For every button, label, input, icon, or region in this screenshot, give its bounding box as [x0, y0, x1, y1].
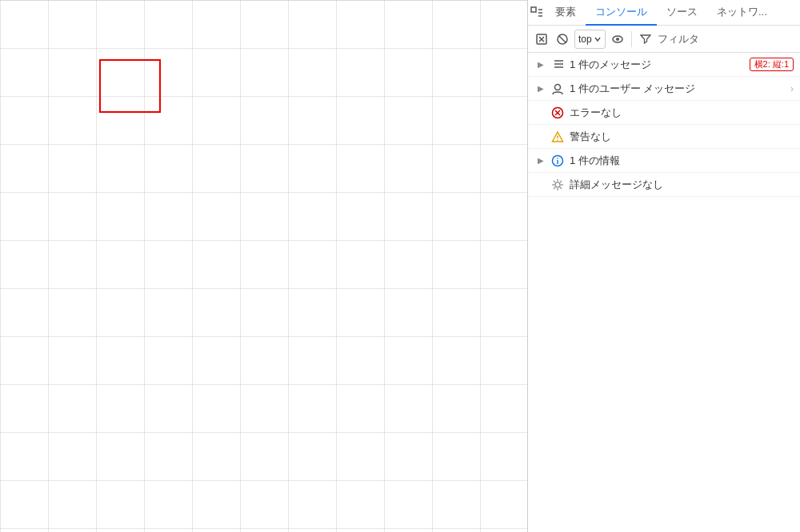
svg-line-36: [560, 180, 562, 182]
svg-rect-3: [531, 7, 536, 12]
svg-point-29: [555, 182, 560, 187]
debug-text: 詳細メッセージなし: [570, 178, 794, 192]
user-messages-arrow: ›: [790, 83, 794, 94]
tab-sources[interactable]: ソース: [657, 0, 707, 26]
eye-icon[interactable]: [609, 30, 626, 48]
inspect-icon[interactable]: [528, 4, 546, 22]
clear-console-icon[interactable]: [533, 30, 550, 48]
console-row-errors[interactable]: エラーなし: [528, 101, 800, 125]
filter-label: フィルタ: [658, 32, 699, 46]
debug-icon-row: [550, 178, 565, 192]
console-content: ▶ 1 件のメッセージ 横2: 縦:1 ▶: [528, 53, 800, 532]
filter-icon: [637, 30, 654, 48]
toolbar-divider: [631, 31, 632, 47]
console-row-user-messages[interactable]: ▶ 1 件のユーザー メッセージ ›: [528, 77, 800, 101]
expand-icon-user[interactable]: ▶: [534, 82, 547, 95]
svg-point-20: [555, 84, 561, 90]
block-icon[interactable]: [554, 30, 571, 48]
warning-icon-row: [550, 130, 565, 144]
tab-bar: 要素 コンソール ソース ネットワ...: [528, 0, 800, 26]
svg-point-28: [557, 158, 558, 159]
svg-line-37: [554, 186, 555, 188]
svg-point-25: [557, 139, 558, 141]
expand-placeholder-warnings: [534, 130, 547, 143]
user-messages-text: 1 件のユーザー メッセージ: [570, 82, 787, 96]
messages-badge: 横2: 縦:1: [750, 58, 794, 71]
messages-text: 1 件のメッセージ: [570, 58, 750, 72]
info-icon-row: [550, 154, 565, 168]
warnings-text: 警告なし: [570, 130, 794, 144]
expand-icon-messages[interactable]: ▶: [534, 58, 547, 71]
svg-line-34: [554, 180, 555, 182]
svg-rect-0: [0, 0, 527, 532]
console-row-messages[interactable]: ▶ 1 件のメッセージ 横2: 縦:1: [528, 53, 800, 77]
secondary-toolbar: top フィルタ: [528, 26, 800, 53]
expand-icon-info[interactable]: ▶: [534, 154, 547, 167]
error-icon-row: [550, 106, 565, 120]
console-row-warnings[interactable]: 警告なし: [528, 125, 800, 149]
canvas-panel: [0, 0, 528, 532]
svg-line-11: [559, 35, 566, 42]
expand-placeholder-debug: [534, 178, 547, 191]
expand-placeholder-errors: [534, 106, 547, 119]
svg-line-35: [560, 186, 562, 188]
info-text: 1 件の情報: [570, 154, 794, 168]
console-row-info[interactable]: ▶ 1 件の情報: [528, 149, 800, 173]
svg-point-13: [616, 38, 619, 41]
tab-elements[interactable]: 要素: [546, 0, 586, 26]
errors-text: エラーなし: [570, 106, 794, 120]
devtools-panel: 要素 コンソール ソース ネットワ... top: [528, 0, 800, 532]
grid-canvas: [0, 0, 527, 532]
user-icon-row: [550, 82, 565, 96]
tab-network[interactable]: ネットワ...: [707, 0, 777, 26]
tab-console[interactable]: コンソール: [586, 0, 657, 26]
top-selector[interactable]: top: [574, 30, 606, 49]
list-icon-messages: [550, 58, 565, 72]
console-row-debug[interactable]: 詳細メッセージなし: [528, 173, 800, 197]
top-selector-label: top: [578, 34, 592, 45]
